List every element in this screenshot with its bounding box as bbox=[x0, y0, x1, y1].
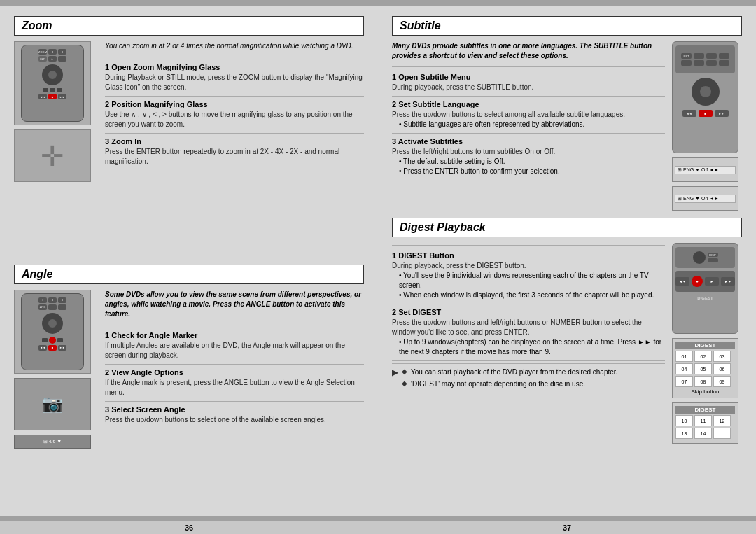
angle-intro: Some DVDs allow you to view the same sce… bbox=[105, 290, 364, 319]
digest-cell-11: 11 bbox=[694, 415, 712, 426]
zoom-step-3: 3 Zoom In Press the ENTER button repeate… bbox=[105, 134, 364, 170]
subtitle-remote-image: RET bbox=[672, 41, 738, 153]
subtitle-intro: Many DVDs provide subtitles in one or mo… bbox=[392, 41, 665, 61]
left-page: Zoom ZOOM 8 9 CLR ► bbox=[0, 6, 378, 516]
diamond-icon-1: ◆ bbox=[402, 367, 407, 375]
zoom-remote-image: ZOOM 8 9 CLR ► bbox=[14, 41, 91, 125]
subtitle-section: Subtitle Many DVDs provide subtitles in … bbox=[392, 16, 742, 211]
digest-note-2: 'DIGEST' may not operate depending on th… bbox=[411, 379, 585, 389]
right-page: Subtitle Many DVDs provide subtitles in … bbox=[378, 6, 756, 516]
angle-remote-image: 7 8 9 ANG bbox=[14, 290, 91, 374]
digest-section: Digest Playback 1 DIGEST Button During p… bbox=[392, 218, 742, 505]
digest-note-1: You can start playback of the DVD player… bbox=[411, 367, 617, 377]
digest-cell-empty bbox=[713, 428, 731, 439]
digest-step-1-bullet-1: You'll see the 9 individual windows repr… bbox=[399, 271, 665, 290]
zoom-step-1: 1 Open Zoom Magnifying Glass During Play… bbox=[105, 59, 364, 97]
zoom-step-2: 2 Position Magnifying Glass Use the ∧ , … bbox=[105, 97, 364, 134]
digest-step-2-title: Set DIGEST bbox=[398, 308, 441, 316]
angle-step-1-desc: If multiple Angles are available on the … bbox=[105, 341, 364, 360]
angle-step-3-title: Select Screen Angle bbox=[111, 405, 185, 414]
angle-content: Some DVDs allow you to view the same sce… bbox=[105, 290, 364, 449]
digest-grid-2-row-2: 13 14 bbox=[676, 428, 735, 439]
subtitle-step-1: 1 Open Subtitle Menu During playback, pr… bbox=[392, 69, 665, 97]
subtitle-step-3-bullet-1: The default subtitle setting is Off. bbox=[399, 157, 665, 167]
digest-note-1-row: ▶ ◆ You can start playback of the DVD pl… bbox=[392, 367, 665, 389]
angle-step-1-title: Check for Angle Marker bbox=[111, 331, 197, 339]
digest-grid-2-title: DIGEST bbox=[676, 406, 735, 414]
angle-badge: ⊞ 4/6 ▼ bbox=[14, 435, 91, 449]
digest-step-2: 2 Set DIGEST Press the up/down buttons a… bbox=[392, 304, 665, 361]
digest-step-2-desc: Press the up/down buttons and left/right… bbox=[392, 318, 665, 337]
digest-cell-14: 14 bbox=[694, 428, 712, 439]
digest-grid-1-row-3: 07 08 09 bbox=[676, 376, 735, 387]
digest-grid-1-row-2: 04 05 06 bbox=[676, 363, 735, 374]
subtitle-step-1-title: Open Subtitle Menu bbox=[398, 73, 470, 81]
digest-cell-12: 12 bbox=[713, 415, 731, 426]
zoom-title: Zoom bbox=[14, 16, 364, 36]
digest-step-2-bullet-1: Up to 9 windows(chapters) can be display… bbox=[399, 337, 665, 357]
digest-skip-label: Skip button bbox=[676, 388, 735, 395]
angle-step-3-desc: Press the up/down buttons to select one … bbox=[105, 415, 364, 425]
digest-cell-13: 13 bbox=[676, 428, 693, 439]
subtitle-step-3-bullet-2: Press the ENTER button to confirm your s… bbox=[399, 167, 665, 176]
digest-title: Digest Playback bbox=[392, 218, 742, 237]
digest-grid-2-row-1: 10 11 12 bbox=[676, 415, 735, 426]
zoom-step-1-title: Open Zoom Magnifying Glass bbox=[111, 63, 220, 71]
angle-step-2-desc: If the Angle mark is present, press the … bbox=[105, 378, 364, 398]
subtitle-display: ⊞ ENG ▼ Off ◄► bbox=[672, 157, 738, 182]
zoom-step-2-desc: Use the ∧ , ∨ , < , > buttons to move th… bbox=[105, 110, 364, 129]
bottom-decorative-strip bbox=[0, 516, 756, 521]
subtitle-step-2-desc: Press the up/down buttons to select amon… bbox=[392, 110, 665, 120]
digest-content: 1 DIGEST Button During playback, press t… bbox=[392, 243, 665, 444]
diamond-icon-2: ◆ bbox=[402, 379, 407, 387]
subtitle-step-2: 2 Set Subtitle Language Press the up/dow… bbox=[392, 97, 665, 134]
subtitle-remote-col: RET bbox=[672, 41, 742, 211]
zoom-step-3-title: Zoom In bbox=[111, 137, 141, 146]
digest-step-1-bullet-2: When each window is displayed, the first… bbox=[399, 290, 665, 300]
digest-cell-06: 06 bbox=[713, 363, 731, 374]
subtitle-step-3: 3 Activate Subtitles Press the left/righ… bbox=[392, 134, 665, 180]
digest-grid-1-title: DIGEST bbox=[676, 342, 735, 349]
top-decorative-strip bbox=[0, 0, 756, 6]
zoom-content: You can zoom in at 2 or 4 times the norm… bbox=[105, 41, 364, 182]
digest-grid-2: DIGEST 10 11 12 13 14 bbox=[672, 402, 738, 444]
digest-remote-col: + DISP ◄◄ ● ► ►► bbox=[672, 243, 742, 444]
digest-cell-01: 01 bbox=[676, 351, 693, 362]
zoom-step-2-title: Position Magnifying Glass bbox=[111, 100, 208, 108]
angle-image-col: 7 8 9 ANG bbox=[14, 290, 98, 449]
subtitle-line-1: ⊞ ENG ▼ Off ◄► bbox=[675, 166, 736, 174]
zoom-crosshair-image: ✛ bbox=[14, 129, 91, 182]
subtitle-line-2: ⊞ ENG ▼ On ◄► bbox=[675, 195, 736, 203]
digest-remote-image: + DISP ◄◄ ● ► ►► bbox=[672, 243, 738, 334]
zoom-section: Zoom ZOOM 8 9 CLR ► bbox=[14, 16, 364, 258]
zoom-intro: You can zoom in at 2 or 4 times the norm… bbox=[105, 41, 364, 51]
subtitle-title: Subtitle bbox=[392, 16, 742, 36]
digest-cell-05: 05 bbox=[694, 363, 712, 374]
digest-cell-09: 09 bbox=[713, 376, 731, 387]
subtitle-step-2-title: Set Subtitle Language bbox=[398, 100, 479, 108]
digest-cell-03: 03 bbox=[713, 351, 731, 362]
zoom-step-3-desc: Press the ENTER button repeatedly to zoo… bbox=[105, 147, 364, 167]
bottom-bar: 36 37 bbox=[0, 521, 756, 534]
angle-section: Angle 7 8 9 ANG bbox=[14, 265, 364, 506]
subtitle-step-3-title: Activate Subtitles bbox=[398, 137, 463, 146]
subtitle-content: Many DVDs provide subtitles in one or mo… bbox=[392, 41, 665, 211]
angle-step-1: 1 Check for Angle Marker If multiple Ang… bbox=[105, 328, 364, 365]
angle-title: Angle bbox=[14, 265, 364, 284]
zoom-image-col: ZOOM 8 9 CLR ► bbox=[14, 41, 98, 182]
digest-cell-08: 08 bbox=[694, 376, 712, 387]
subtitle-step-1-desc: During playback, press the SUBTITLE butt… bbox=[392, 83, 665, 92]
digest-step-1: 1 DIGEST Button During playback, press t… bbox=[392, 248, 665, 304]
page-number-right: 37 bbox=[378, 521, 756, 534]
page-number-left: 36 bbox=[0, 521, 378, 534]
digest-step-1-title: DIGEST Button bbox=[398, 251, 454, 260]
digest-cell-04: 04 bbox=[676, 363, 693, 374]
digest-cell-07: 07 bbox=[676, 376, 693, 387]
digest-grid-1-row-1: 01 02 03 bbox=[676, 351, 735, 362]
subtitle-display-2: ⊞ ENG ▼ On ◄► bbox=[672, 186, 738, 211]
digest-grid-1: DIGEST 01 02 03 04 05 06 07 bbox=[672, 338, 738, 398]
subtitle-step-2-bullet-1: Subtitle languages are often represented… bbox=[399, 120, 665, 129]
zoom-step-1-desc: During Playback or STILL mode, press the… bbox=[105, 73, 364, 92]
angle-step-2-title: View Angle Options bbox=[111, 368, 183, 377]
angle-camera-image: 📷 bbox=[14, 378, 91, 430]
